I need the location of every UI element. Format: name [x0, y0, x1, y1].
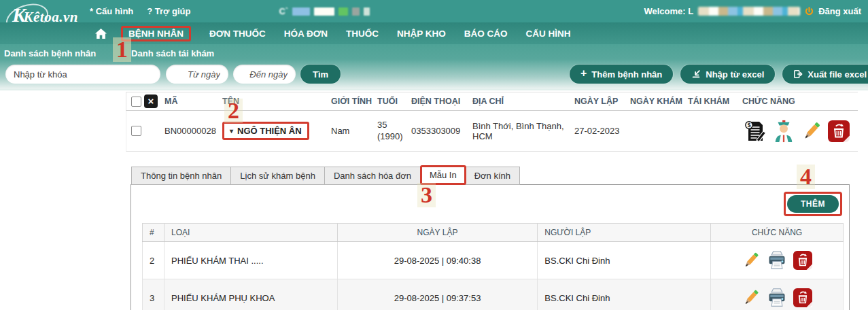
redacted-block [314, 7, 334, 16]
add-template-annotation-box: THÊM [784, 192, 842, 216]
edit-pencil-icon[interactable] [742, 251, 761, 270]
row-checkbox[interactable] [131, 126, 141, 136]
patient-created-date: 27-02-2023 [572, 124, 627, 137]
col-header-phone: ĐIỆN THOẠI [409, 95, 470, 107]
delete-trash-icon[interactable] [828, 120, 850, 142]
annotation-step-4: 4 [797, 165, 815, 189]
nav-item-reports[interactable]: BÁO CÁO [464, 29, 508, 39]
patient-name-dropdown[interactable]: ▾ NGÔ THIỆN ÂN [222, 122, 309, 140]
col-header-index: # [143, 224, 164, 242]
nav-item-prescriptions[interactable]: ĐƠN THUỐC [209, 29, 266, 39]
tab-glasses-rx[interactable]: Đơn kính [466, 167, 520, 185]
col-header-creator: NGƯỜI LẬP [538, 224, 711, 242]
svg-text:$: $ [748, 122, 751, 128]
import-icon [691, 69, 701, 79]
redacted-block [364, 7, 370, 16]
patient-name: NGÔ THIỆN ÂN [237, 126, 302, 136]
logout-link[interactable]: Đăng xuất [818, 6, 861, 16]
templates-table-header: # LOẠI NGÀY LẬP NGƯỜI LẬP CHỨC NĂNG [143, 224, 844, 242]
detail-tabs: Thông tin bệnh nhân Lịch sử khám bệnh Da… [131, 165, 868, 185]
delete-trash-icon[interactable] [793, 251, 812, 270]
col-header-created: NGÀY LẬP [572, 95, 627, 107]
redacted-block [292, 7, 310, 16]
patient-age: 35 (1990) [375, 118, 409, 143]
print-icon[interactable] [767, 250, 787, 271]
invoice-icon[interactable]: $ [742, 119, 767, 143]
nav-item-drugs[interactable]: THUỐC [346, 29, 379, 39]
templates-table: # LOẠI NGÀY LẬP NGƯỜI LẬP CHỨC NĂNG 2 PH… [142, 223, 844, 310]
edit-pencil-icon[interactable] [742, 288, 761, 307]
subnav-revisit-list[interactable]: Danh sách tái khám [131, 48, 214, 58]
chevron-down-icon: ▾ [230, 127, 233, 135]
tab-invoice-list[interactable]: Danh sách hóa đơn [325, 167, 421, 185]
edit-pencil-icon[interactable] [801, 120, 822, 142]
select-all-checkbox[interactable] [131, 97, 141, 107]
search-button[interactable]: Tìm [300, 65, 341, 84]
print-icon[interactable] [767, 288, 787, 308]
nav-item-stock-in[interactable]: NHẬP KHO [397, 29, 446, 39]
col-header-actions: CHỨC NĂNG [740, 95, 858, 107]
template-row: 2 PHIẾU KHÁM THAI ..... 29-08-2025 | 09:… [143, 242, 844, 279]
top-bar: KKêtoa.vn Phần mềm kê toa thuốc * Cấu hì… [0, 0, 868, 22]
tab-exam-history[interactable]: Lịch sử khám bệnh [231, 167, 325, 185]
to-date-input[interactable] [233, 65, 296, 84]
col-header-revisit: TÁI KHÁM [685, 95, 740, 107]
template-row: 3 PHIẾU KHÁM PHỤ KHOA 29-08-2025 | 09:37… [143, 279, 844, 310]
logout-icon [805, 7, 814, 16]
col-header-type: LOẠI [164, 224, 337, 242]
nav-item-patients[interactable]: BỆNH NHÂN [121, 26, 191, 41]
from-date-input[interactable] [166, 65, 228, 84]
template-index: 3 [143, 279, 164, 310]
redacted-username [698, 7, 800, 16]
col-header-actions: CHỨC NĂNG [711, 224, 844, 242]
col-header-code: MÃ [162, 95, 220, 107]
col-header-age: TUỔI [375, 95, 409, 107]
home-icon [95, 29, 107, 39]
subnav-patient-list[interactable]: Danh sách bệnh nhân [4, 48, 96, 58]
ketoa-app-window: KKêtoa.vn Phần mềm kê toa thuốc * Cấu hì… [0, 0, 868, 310]
template-type: PHIẾU KHÁM PHỤ KHOA [164, 279, 337, 310]
redacted-block [352, 7, 360, 16]
template-created: 29-08-2025 | 09:40:38 [337, 242, 538, 279]
patient-address: Bình Thới, Bình Thạnh, HCM [470, 120, 572, 143]
delete-trash-icon[interactable] [793, 288, 812, 307]
welcome-label: Welcome: L [644, 6, 693, 16]
annotation-step-2: 2 [224, 99, 243, 123]
plus-icon: + [580, 67, 587, 80]
config-link[interactable]: * Cấu hình [90, 6, 133, 16]
col-header-gender: GIỚI TÍNH [328, 95, 375, 107]
delete-selected-icon[interactable]: × [144, 94, 158, 108]
template-index: 2 [143, 242, 164, 279]
col-header-address: ĐỊA CHỈ [470, 95, 572, 107]
tab-patient-info[interactable]: Thông tin bệnh nhân [131, 167, 231, 185]
patient-actions: $ [740, 118, 858, 145]
patient-phone: 0353303009 [409, 124, 470, 137]
search-row: Tìm + Thêm bệnh nhân Nhập từ excel Xuấ [0, 64, 868, 84]
print-templates-panel: THÊM # LOẠI NGÀY LẬP NGƯỜI LẬP CHỨC NĂNG… [131, 184, 850, 310]
nav-item-invoices[interactable]: HÓA ĐƠN [284, 29, 328, 39]
export-icon [793, 69, 803, 79]
doctor-icon[interactable] [772, 119, 795, 143]
keyword-search-input[interactable] [5, 65, 160, 84]
redacted-clinic-info: C` [279, 6, 370, 16]
export-excel-button[interactable]: Xuất file excel [782, 65, 868, 84]
annotation-step-3: 3 [417, 183, 436, 207]
template-created: 29-08-2025 | 09:37:53 [337, 279, 538, 310]
template-creator: BS.CKI Chi Đinh [538, 279, 711, 310]
nav-item-settings[interactable]: CẤU HÌNH [526, 29, 571, 39]
add-template-button[interactable]: THÊM [787, 195, 839, 213]
col-header-exam-date: NGÀY KHÁM [627, 95, 685, 107]
add-patient-button[interactable]: + Thêm bệnh nhân [570, 65, 673, 84]
annotation-step-1: 1 [113, 37, 131, 62]
redacted-block [338, 7, 348, 16]
col-header-created: NGÀY LẬP [337, 224, 538, 242]
import-excel-button[interactable]: Nhập từ excel [680, 65, 775, 84]
template-creator: BS.CKI Chi Đinh [538, 242, 711, 279]
template-type: PHIẾU KHÁM THAI ..... [164, 242, 337, 279]
patient-code: BN00000028 [162, 124, 220, 137]
home-nav-item[interactable] [95, 29, 107, 39]
patient-gender: Nam [328, 124, 375, 137]
help-link[interactable]: ? Trợ giúp [147, 6, 190, 16]
